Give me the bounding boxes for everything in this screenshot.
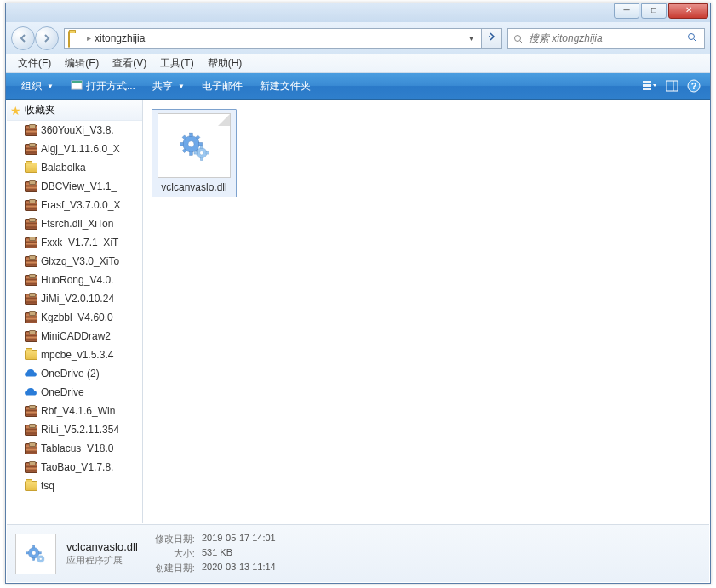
cloud-icon <box>24 385 37 399</box>
archive-icon <box>24 273 37 287</box>
svg-rect-7 <box>643 84 651 87</box>
sidebar-item[interactable]: Fxxk_V1.7.1_XiT <box>7 233 142 252</box>
new-folder-label: 新建文件夹 <box>260 79 311 94</box>
address-bar[interactable]: ▸ xitongzhijia ▾ <box>64 28 482 49</box>
email-button[interactable]: 电子邮件 <box>193 77 251 96</box>
sidebar-item[interactable]: OneDrive (2) <box>7 364 142 383</box>
folder-icon <box>24 161 37 174</box>
details-title: vclcanvaslo.dll <box>66 540 138 553</box>
minimize-button[interactable]: ─ <box>614 3 639 19</box>
sidebar-item[interactable]: 360YouXi_V3.8. <box>7 121 142 140</box>
menu-file[interactable]: 文件(F) <box>11 54 58 72</box>
svg-rect-16 <box>190 151 193 155</box>
forward-button[interactable] <box>35 26 59 50</box>
search-icon <box>513 32 525 44</box>
sidebar-item-label: MiniCADDraw2 <box>41 330 111 342</box>
preview-pane-button[interactable] <box>662 77 681 94</box>
archive-icon <box>24 292 37 305</box>
svg-rect-33 <box>26 551 29 553</box>
svg-rect-25 <box>200 146 203 149</box>
open-with-button[interactable]: 打开方式... <box>62 77 144 96</box>
body: ★ 收藏夹 360YouXi_V3.8.Algj_V1.11.6.0_XBala… <box>7 100 709 523</box>
search-go-icon[interactable] <box>687 32 699 44</box>
archive-icon <box>24 329 37 343</box>
sidebar-item[interactable]: MiniCADDraw2 <box>7 327 142 345</box>
sidebar-item[interactable]: JiMi_V2.0.10.24 <box>7 289 142 308</box>
svg-rect-34 <box>39 551 42 553</box>
sidebar-item-label: Kgzbbl_V4.60.0 <box>41 311 113 323</box>
created-label: 创建日期: <box>155 562 195 574</box>
svg-rect-18 <box>198 143 202 146</box>
sidebar-item[interactable]: Tablacus_V18.0 <box>7 439 142 458</box>
sidebar-item[interactable]: Ftsrch.dll_XiTon <box>7 214 142 233</box>
sidebar-item[interactable]: mpcbe_v1.5.3.4 <box>7 345 142 364</box>
svg-rect-26 <box>200 157 203 161</box>
svg-line-1 <box>520 41 523 43</box>
share-label: 共享 <box>152 79 173 94</box>
share-button[interactable]: 共享 ▼ <box>144 77 193 96</box>
details-meta: 修改日期: 2019-05-17 14:01 大小: 531 KB 创建日期: … <box>155 533 276 574</box>
menu-edit[interactable]: 编辑(E) <box>58 54 106 72</box>
maximize-button[interactable]: □ <box>641 3 667 19</box>
sidebar-item[interactable]: HuoRong_V4.0. <box>7 271 142 289</box>
menu-view[interactable]: 查看(V) <box>106 54 153 72</box>
sidebar-item-label: 360YouXi_V3.8. <box>41 124 114 136</box>
file-item-selected[interactable]: vclcanvaslo.dll <box>152 109 237 197</box>
sidebar-item[interactable]: Algj_V1.11.6.0_X <box>7 140 142 158</box>
sidebar-item-label: OneDrive <box>41 386 84 398</box>
svg-point-0 <box>515 35 521 41</box>
refresh-button[interactable] <box>482 28 502 49</box>
sidebar-item-label: Tablacus_V18.0 <box>41 442 113 454</box>
svg-rect-27 <box>194 151 198 154</box>
sidebar-item-label: Balabolka <box>41 162 86 174</box>
svg-rect-6 <box>643 81 651 83</box>
archive-icon <box>24 254 37 268</box>
svg-point-14 <box>188 141 194 147</box>
sidebar-item[interactable]: Glxzq_V3.0_XiTo <box>7 252 142 271</box>
search-input[interactable] <box>529 32 687 44</box>
sidebar-item[interactable]: Rbf_V4.1.6_Win <box>7 402 142 420</box>
svg-line-3 <box>694 39 696 42</box>
modified-label: 修改日期: <box>155 533 195 545</box>
sidebar-item[interactable]: Balabolka <box>7 158 142 177</box>
archive-icon <box>24 236 37 249</box>
help-button[interactable]: ? <box>684 77 703 94</box>
menubar: 文件(F) 编辑(E) 查看(V) 工具(T) 帮助(H) <box>6 54 710 73</box>
favorites-header[interactable]: ★ 收藏夹 <box>7 100 142 121</box>
details-icon <box>15 534 56 574</box>
sidebar-item-label: tsq <box>41 480 54 492</box>
svg-rect-15 <box>190 133 193 136</box>
search-box[interactable] <box>507 28 705 49</box>
svg-point-24 <box>200 151 203 155</box>
view-options-button[interactable] <box>640 77 659 94</box>
new-folder-button[interactable]: 新建文件夹 <box>251 77 319 96</box>
sidebar-item-label: Ftsrch.dll_XiTon <box>41 218 113 230</box>
chevron-down-icon: ▼ <box>47 83 54 90</box>
email-label: 电子邮件 <box>202 79 243 94</box>
address-dropdown[interactable]: ▾ <box>464 33 478 43</box>
sidebar-item[interactable]: TaoBao_V1.7.8. <box>7 458 142 477</box>
sidebar-item[interactable]: DBCView_V1.1_ <box>7 177 142 196</box>
dll-icon <box>158 113 231 178</box>
sidebar-item-label: RiLi_V5.2.11.354 <box>41 424 119 436</box>
svg-point-30 <box>32 551 36 555</box>
content-area[interactable]: vclcanvaslo.dll <box>143 100 709 523</box>
folder-icon <box>24 479 37 493</box>
sidebar-item[interactable]: Frasf_V3.7.0.0_X <box>7 196 142 214</box>
back-button[interactable] <box>11 26 35 50</box>
menu-tools[interactable]: 工具(T) <box>153 54 200 72</box>
sidebar-item-label: Glxzq_V3.0_XiTo <box>41 255 119 267</box>
svg-rect-28 <box>206 151 209 154</box>
size-value: 531 KB <box>202 547 276 560</box>
sidebar-item[interactable]: tsq <box>7 477 142 495</box>
close-button[interactable]: ✕ <box>668 3 708 19</box>
organize-label: 组织 <box>21 79 42 94</box>
sidebar-item[interactable]: RiLi_V5.2.11.354 <box>7 420 142 439</box>
modified-value: 2019-05-17 14:01 <box>202 533 276 545</box>
sidebar-item[interactable]: Kgzbbl_V4.60.0 <box>7 308 142 327</box>
archive-icon <box>24 142 37 156</box>
organize-button[interactable]: 组织 ▼ <box>13 77 62 96</box>
sidebar-item[interactable]: OneDrive <box>7 383 142 402</box>
menu-help[interactable]: 帮助(H) <box>201 54 249 72</box>
sidebar[interactable]: ★ 收藏夹 360YouXi_V3.8.Algj_V1.11.6.0_XBala… <box>7 100 143 523</box>
